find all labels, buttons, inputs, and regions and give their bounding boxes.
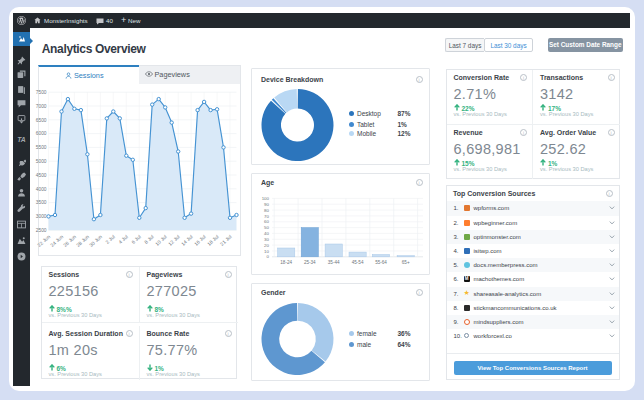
svg-text:40: 40 xyxy=(264,231,269,236)
svg-text:65+: 65+ xyxy=(402,260,410,265)
svg-text:30 Jun: 30 Jun xyxy=(87,233,102,248)
svg-text:50: 50 xyxy=(264,225,269,230)
svg-text:16 Jul: 16 Jul xyxy=(192,233,206,246)
svg-text:10: 10 xyxy=(264,249,269,254)
svg-text:4 Jul: 4 Jul xyxy=(117,233,129,245)
svg-text:5000: 5000 xyxy=(35,158,46,163)
svg-text:18 Jul: 18 Jul xyxy=(205,233,219,246)
svg-text:4500: 4500 xyxy=(35,172,46,177)
svg-text:45-54: 45-54 xyxy=(352,260,364,265)
svg-text:24 Jun: 24 Jun xyxy=(48,233,63,248)
svg-text:22 Jun: 22 Jun xyxy=(35,233,50,248)
svg-text:12 Jul: 12 Jul xyxy=(166,233,180,246)
svg-text:0: 0 xyxy=(267,254,270,259)
svg-text:6000: 6000 xyxy=(35,131,46,136)
svg-text:55-64: 55-64 xyxy=(375,260,387,265)
svg-text:35-44: 35-44 xyxy=(328,260,340,265)
svg-text:8 Jul: 8 Jul xyxy=(143,233,155,245)
svg-text:4000: 4000 xyxy=(35,186,46,191)
svg-text:90: 90 xyxy=(264,202,269,207)
svg-text:80: 80 xyxy=(264,208,269,213)
svg-text:3000: 3000 xyxy=(35,214,46,219)
svg-text:25-34: 25-34 xyxy=(304,260,316,265)
svg-text:2500: 2500 xyxy=(35,227,46,232)
svg-text:60: 60 xyxy=(264,219,269,224)
svg-text:6 Jul: 6 Jul xyxy=(130,233,142,245)
svg-text:7000: 7000 xyxy=(35,103,46,108)
svg-text:10 Jul: 10 Jul xyxy=(153,233,167,246)
svg-text:21 Jul: 21 Jul xyxy=(218,233,232,246)
svg-text:3500: 3500 xyxy=(35,200,46,205)
svg-text:5500: 5500 xyxy=(35,145,46,150)
svg-text:20: 20 xyxy=(264,243,269,248)
svg-text:14 Jul: 14 Jul xyxy=(179,233,193,246)
svg-text:6500: 6500 xyxy=(35,117,46,122)
svg-text:18-24: 18-24 xyxy=(280,260,292,265)
svg-text:100: 100 xyxy=(262,196,270,201)
svg-text:26 Jun: 26 Jun xyxy=(61,233,76,248)
svg-text:28 Jun: 28 Jun xyxy=(74,233,89,248)
svg-text:70: 70 xyxy=(264,214,269,219)
svg-text:30: 30 xyxy=(264,237,269,242)
svg-text:2 Jul: 2 Jul xyxy=(104,233,116,245)
svg-text:7500: 7500 xyxy=(35,89,46,94)
